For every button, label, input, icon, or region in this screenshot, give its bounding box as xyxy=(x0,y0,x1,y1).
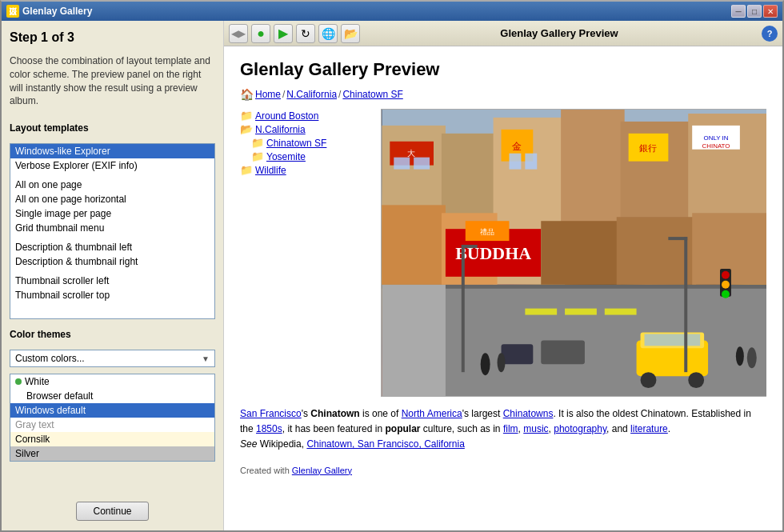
svg-rect-29 xyxy=(394,158,410,170)
svg-rect-37 xyxy=(645,334,701,346)
folder-icon-wildlife: 📁 xyxy=(240,164,253,176)
layout-item-all-one-page[interactable]: All on one page xyxy=(10,178,214,192)
svg-rect-32 xyxy=(526,154,538,170)
svg-rect-26 xyxy=(542,221,621,285)
svg-text:ONLY IN: ONLY IN xyxy=(704,134,729,142)
svg-rect-18 xyxy=(526,309,558,315)
svg-point-53 xyxy=(722,290,730,298)
svg-point-48 xyxy=(736,346,744,366)
custom-colors-dropdown[interactable]: Custom colors... ▼ xyxy=(10,350,215,367)
layout-item-desc-thumb-left[interactable]: Description & thumbnail left xyxy=(10,240,214,254)
layout-templates-listbox[interactable]: Windows-like Explorer Verbose Explorer (… xyxy=(10,143,215,319)
toolbar: ◀▶ ● ▶ ↻ 🌐 📂 Glenlay Gallery Preview ? xyxy=(224,21,782,46)
svg-rect-20 xyxy=(605,309,637,315)
svg-text:大: 大 xyxy=(408,149,416,158)
tree-link-around-boston[interactable]: Around Boston xyxy=(255,110,318,122)
home-button[interactable]: 🌐 xyxy=(318,24,338,43)
svg-rect-42 xyxy=(685,237,688,372)
folder-icon-yosemite: 📁 xyxy=(251,150,264,162)
desc-link-wikipedia[interactable]: Chinatown, San Francisco, California xyxy=(306,438,464,450)
folder-icon: 📁 xyxy=(240,110,253,122)
desc-link-north-america[interactable]: North America xyxy=(402,408,462,419)
step-title: Step 1 of 3 xyxy=(10,30,215,45)
minimize-button[interactable]: ─ xyxy=(731,5,746,18)
svg-rect-40 xyxy=(462,245,465,372)
layout-item-thumb-scroller-top[interactable]: Thumbnail scroller top xyxy=(10,288,214,302)
svg-text:CHINATO: CHINATO xyxy=(702,142,730,150)
folder-button[interactable]: 📂 xyxy=(341,24,360,43)
svg-rect-30 xyxy=(414,158,430,170)
desc-link-photography[interactable]: photography xyxy=(554,423,606,434)
continue-button[interactable]: Continue xyxy=(76,502,148,521)
desc-link-literature[interactable]: literature xyxy=(630,423,668,434)
color-item-gray-text[interactable]: Gray text xyxy=(10,418,214,432)
close-button[interactable]: ✕ xyxy=(763,5,778,18)
svg-point-46 xyxy=(481,353,490,375)
desc-link-chinatowns[interactable]: Chinatowns xyxy=(503,408,554,419)
layout-item-all-one-page-horiz[interactable]: All on one page horizontal xyxy=(10,192,214,206)
help-button[interactable]: ? xyxy=(762,26,778,42)
layout-item-thumb-scroller-left[interactable]: Thumbnail scroller left xyxy=(10,274,214,288)
main-body: Step 1 of 3 Choose the combination of la… xyxy=(2,21,782,530)
svg-point-47 xyxy=(498,353,506,372)
tree-item-around-boston[interactable]: 📁 Around Boston xyxy=(240,109,362,122)
tree-item-ncalifornia[interactable]: 📂 N.California xyxy=(240,122,362,136)
layout-item-windows-explorer[interactable]: Windows-like Explorer xyxy=(10,144,214,158)
desc-link-1850s[interactable]: 1850s xyxy=(256,423,282,434)
svg-text:禮品: 禮品 xyxy=(480,228,494,236)
svg-rect-43 xyxy=(669,237,688,240)
desc-see-label: See xyxy=(240,438,257,450)
svg-text:銀行: 銀行 xyxy=(640,143,658,153)
app-icon: 🖼 xyxy=(6,5,19,18)
color-item-silver[interactable]: Silver xyxy=(10,446,214,461)
photo-section: 大 金 銀行 ONLY IN CHINATO xyxy=(381,109,766,397)
preview-content: Glenlay Gallery Preview 🏠 Home / N.Calif… xyxy=(224,46,782,530)
folder-tree: 📁 Around Boston 📂 N.California 📁 Chinato… xyxy=(240,109,362,397)
color-themes-listbox[interactable]: White Browser default Windows default Gr… xyxy=(10,374,215,462)
breadcrumb-ncalifornia[interactable]: N.California xyxy=(286,89,337,100)
layout-item-grid-thumbnail[interactable]: Grid thumbnail menu xyxy=(10,221,214,235)
folder-icon-chinatown: 📁 xyxy=(251,137,264,149)
color-item-windows-default[interactable]: Windows default xyxy=(10,403,214,418)
desc-bold-chinatown: Chinatown xyxy=(310,408,359,419)
color-item-white[interactable]: White xyxy=(10,374,214,389)
tree-link-yosemite[interactable]: Yosemite xyxy=(266,151,306,162)
svg-rect-38 xyxy=(542,340,586,364)
svg-point-49 xyxy=(747,347,757,368)
layout-item-verbose-explorer[interactable]: Verbose Explorer (EXIF info) xyxy=(10,158,214,173)
svg-rect-41 xyxy=(462,245,478,248)
color-item-cornsilk[interactable]: Cornsilk xyxy=(10,432,214,446)
footer-link-glenlay[interactable]: Glenlay Gallery xyxy=(292,466,352,475)
tree-link-chinatown[interactable]: Chinatown SF xyxy=(266,138,326,149)
left-panel: Step 1 of 3 Choose the combination of la… xyxy=(2,21,224,530)
tree-link-ncalifornia[interactable]: N.California xyxy=(255,124,306,135)
color-item-darkseagreen[interactable]: Darkseagreen xyxy=(10,461,214,462)
svg-point-36 xyxy=(689,372,705,388)
toolbar-title: Glenlay Gallery Preview xyxy=(363,27,755,39)
desc-link-sf[interactable]: San Francisco xyxy=(240,408,302,419)
titlebar-left: 🖼 Glenlay Gallery xyxy=(6,5,92,18)
tree-item-chinatown[interactable]: 📁 Chinatown SF xyxy=(251,136,362,150)
layout-item-desc-thumb-right[interactable]: Description & thumbnail right xyxy=(10,254,214,269)
breadcrumb-chinatown[interactable]: Chinatown SF xyxy=(342,89,402,100)
svg-rect-19 xyxy=(565,309,597,315)
window-title: Glenlay Gallery xyxy=(22,6,92,17)
dropdown-value: Custom colors... xyxy=(15,353,85,364)
back-button[interactable]: ● xyxy=(251,24,270,43)
footer-text: Created with Glenlay Gallery xyxy=(240,466,766,475)
home-breadcrumb-icon: 🏠 xyxy=(240,88,254,101)
color-item-browser-default[interactable]: Browser default xyxy=(10,389,214,403)
main-window: 🖼 Glenlay Gallery ─ □ ✕ Step 1 of 3 Choo… xyxy=(0,0,784,532)
nav-arrows-button[interactable]: ◀▶ xyxy=(229,24,248,43)
color-themes-label: Color themes xyxy=(10,329,215,340)
desc-link-music[interactable]: music xyxy=(523,423,548,434)
maximize-button[interactable]: □ xyxy=(747,5,762,18)
tree-link-wildlife[interactable]: Wildlife xyxy=(255,165,286,176)
layout-item-single-image[interactable]: Single image per page xyxy=(10,206,214,221)
forward-button[interactable]: ▶ xyxy=(274,24,293,43)
desc-link-film[interactable]: film xyxy=(503,423,518,434)
refresh-button[interactable]: ↻ xyxy=(296,24,315,43)
tree-item-yosemite[interactable]: 📁 Yosemite xyxy=(251,150,362,163)
breadcrumb-home[interactable]: Home xyxy=(255,89,281,100)
tree-item-wildlife[interactable]: 📁 Wildlife xyxy=(240,163,362,177)
